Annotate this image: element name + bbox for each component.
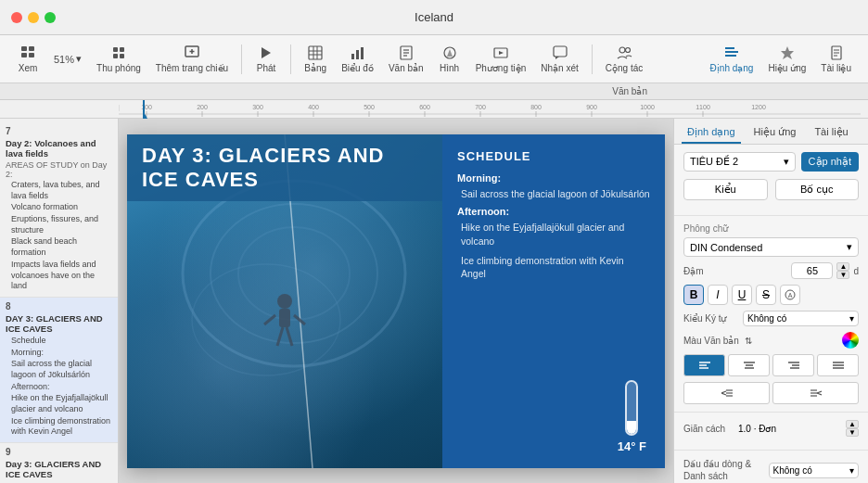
- sidebar-item-8[interactable]: 8 DAY 3: GLACIERS AND ICE CAVES Schedule…: [0, 298, 118, 443]
- bang-button[interactable]: Bảng: [299, 41, 332, 77]
- spacing-decrement[interactable]: ▼: [846, 428, 859, 437]
- update-button[interactable]: Cập nhật: [801, 152, 859, 172]
- svg-point-31: [626, 48, 631, 53]
- slide-7-title: Day 2: Volcanoes and lava fields: [6, 138, 112, 159]
- svg-marker-27: [499, 51, 504, 55]
- align-right-icon: [788, 361, 799, 370]
- slide-7-bullet-2: Volcano formation: [6, 202, 112, 213]
- tab-dinh-dang[interactable]: Định dạng: [682, 122, 741, 144]
- ruler: | 100 200 300 400 500 600 700 800 900 10…: [0, 100, 868, 119]
- font-family-value: DIN Condensed: [690, 242, 762, 253]
- canvas-area[interactable]: DAY 3: GLACIERS AND ICE CAVES SCHEDULE M…: [119, 119, 673, 483]
- list-select[interactable]: Không có ▾: [769, 463, 860, 478]
- phong-chu-label: Phông chữ: [683, 223, 859, 234]
- indent-increase-button[interactable]: [772, 382, 859, 404]
- tab-hieu-ung[interactable]: Hiệu ứng: [748, 122, 802, 144]
- svg-marker-11: [262, 47, 271, 58]
- color-picker-wheel[interactable]: [842, 332, 859, 349]
- van-ban-bar: Văn bản: [0, 83, 868, 100]
- more-style-button[interactable]: A: [780, 285, 800, 305]
- svg-point-30: [619, 47, 625, 53]
- afternoon-bullet-2-text: Ice climbing demonstration with Kevin An…: [461, 255, 624, 280]
- align-left-icon: [699, 361, 710, 370]
- dinh-dang-button[interactable]: Định dạng: [705, 41, 760, 77]
- svg-rect-28: [554, 46, 567, 57]
- text-style-value: Không có: [747, 313, 786, 324]
- phuong-tien-button[interactable]: Phương tiện: [470, 41, 532, 77]
- slide-7-bullet-3: Eruptions, fissures, and structure: [6, 214, 112, 235]
- hinh-button[interactable]: Hình: [433, 41, 466, 77]
- tab-tai-lieu[interactable]: Tài liệu: [809, 122, 853, 144]
- align-right-button[interactable]: [772, 354, 814, 376]
- svg-rect-73: [279, 309, 290, 327]
- text-style-select[interactable]: Không có ▾: [743, 311, 859, 326]
- kieu-bocuc-row: Kiểu Bố cục: [683, 179, 859, 200]
- svg-rect-2: [21, 53, 27, 57]
- van-ban-label: Văn bản: [389, 63, 424, 73]
- close-button[interactable]: [11, 12, 22, 23]
- text-style-label: Kiểu Ký tự: [683, 313, 739, 324]
- svg-point-72: [277, 294, 292, 309]
- svg-text:A: A: [788, 292, 793, 299]
- svg-rect-4: [113, 47, 118, 52]
- italic-button[interactable]: I: [708, 285, 728, 305]
- toolbar-play-group: Phát: [246, 41, 287, 77]
- dinh-dang-label: Định dạng: [710, 63, 754, 73]
- spacing-increment[interactable]: ▲: [846, 420, 859, 428]
- thu-phong-button[interactable]: Thu phóng: [91, 41, 147, 77]
- sidebar-item-9[interactable]: 9 Day 3: GLACIERS AND ICE CAVES AREAS OF…: [0, 443, 118, 483]
- thermometer-body: [625, 380, 638, 436]
- right-panel: Định dạng Hiệu ứng Tài liệu TIÊU ĐỀ 2 ▾ …: [673, 119, 868, 483]
- underline-button[interactable]: U: [732, 285, 752, 305]
- font-size-increment[interactable]: ▲: [836, 262, 849, 271]
- font-size-decrement[interactable]: ▼: [836, 271, 849, 279]
- svg-rect-12: [309, 46, 322, 59]
- zoom-value: 51%: [54, 54, 74, 65]
- align-row: [683, 354, 859, 376]
- them-trang-button[interactable]: Thêm trang chiếu: [150, 41, 234, 77]
- kieu-button[interactable]: Kiểu: [683, 179, 768, 200]
- list-row: Dấu đầu dòng & Danh sách Không có ▾: [683, 458, 859, 482]
- tai-lieu-button[interactable]: Tài liệu: [815, 41, 857, 77]
- hieu-ung-button[interactable]: Hiệu ứng: [762, 41, 811, 77]
- toolbar-insert-group: Bảng Biểu đồ Văn bản Hình Phương tiện Nh…: [295, 41, 588, 77]
- bieu-do-button[interactable]: Biểu đồ: [336, 41, 379, 77]
- style-select[interactable]: TIÊU ĐỀ 2 ▾: [683, 152, 796, 172]
- phat-button[interactable]: Phát: [249, 41, 283, 77]
- svg-text:600: 600: [419, 104, 430, 110]
- svg-rect-5: [120, 47, 124, 52]
- align-justify-button[interactable]: [817, 354, 859, 376]
- align-center-button[interactable]: [728, 354, 770, 376]
- text-style-chevron-icon: ▾: [849, 313, 854, 324]
- slide-7-bullet-5: Impacts lava fields and volcanoes have o…: [6, 260, 112, 292]
- strikethrough-button[interactable]: S: [756, 285, 776, 305]
- font-family-select[interactable]: DIN Condensed ▾: [683, 237, 859, 257]
- sidebar-item-7[interactable]: 7 Day 2: Volcanoes and lava fields AREAS…: [0, 122, 118, 298]
- font-size-input[interactable]: [791, 262, 833, 279]
- more-style-icon: A: [785, 289, 796, 300]
- van-ban-button[interactable]: Văn bản: [383, 41, 429, 77]
- morning-bullet-1: Sail across the glacial lagoon of Jökuls…: [457, 187, 650, 201]
- bocuc-button[interactable]: Bố cục: [775, 179, 860, 200]
- view-button[interactable]: Xem: [11, 41, 45, 77]
- thermometer-fill: [627, 421, 636, 434]
- indent-decrease-button[interactable]: [683, 382, 770, 404]
- svg-line-77: [287, 327, 292, 346]
- zoom-button[interactable]: 51% ▾: [48, 49, 87, 69]
- bold-button[interactable]: B: [683, 285, 704, 305]
- svg-rect-32: [725, 47, 734, 49]
- cong-tac-button[interactable]: Cộng tác: [600, 41, 648, 77]
- nhan-xet-button[interactable]: Nhận xét: [535, 41, 583, 77]
- minimize-button[interactable]: [28, 12, 39, 23]
- maximize-button[interactable]: [45, 12, 56, 23]
- list-section: Dấu đầu dòng & Danh sách Không có ▾: [674, 451, 868, 483]
- slide-7-subtitle: AREAS OF STUDY on Day 2:: [6, 160, 112, 179]
- text-style-row: Kiểu Ký tự Không có ▾: [683, 311, 859, 326]
- phuong-tien-label: Phương tiện: [476, 63, 527, 73]
- slide-8-bullet-4: Afternoon:: [6, 382, 112, 393]
- align-left-button[interactable]: [683, 354, 725, 376]
- slide-8-bullet-6: Ice climbing demonstration with Kevin An…: [6, 416, 112, 438]
- dam-label: Đậm: [683, 266, 787, 276]
- afternoon-bullet-1-text: Hike on the Eyjafjallajökull glacier and…: [461, 222, 624, 247]
- svg-rect-0: [21, 46, 27, 51]
